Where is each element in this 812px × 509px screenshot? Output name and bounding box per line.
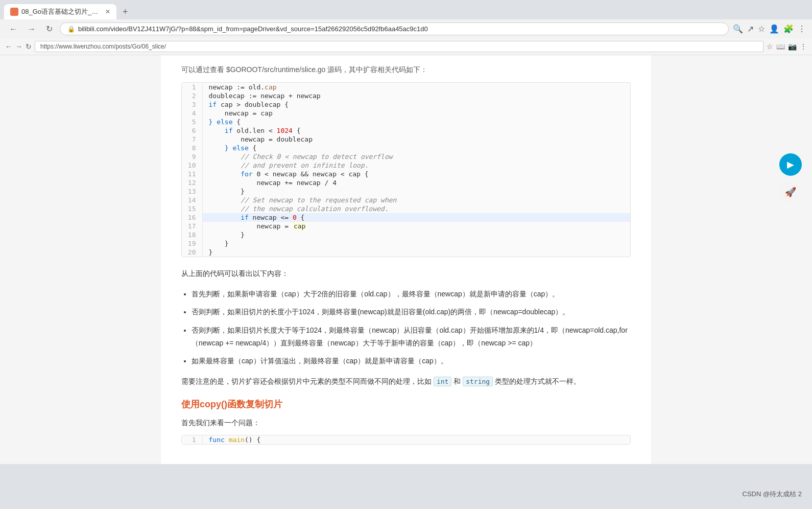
line-content: // Check 0 < newcap to detect overflow: [202, 152, 630, 161]
browser-window: 08_Go语言基础之切片_哔哩哔哩 ✕ + ← → ↻ 🔒 bilibili.c…: [0, 0, 812, 509]
line-content: }: [202, 187, 630, 196]
code-line-1: 1 newcap := old.cap: [182, 83, 630, 91]
code-line-19: 19 }: [182, 239, 630, 248]
bullet-item-3: 否则判断，如果旧切片长度大于等于1024，则最终容量（newcap）从旧容量（o…: [192, 324, 631, 350]
line-number: 17: [182, 222, 202, 230]
code-line-12: 12 newcap += newcap / 4: [182, 178, 630, 187]
play-icon: ▶: [787, 159, 794, 170]
back-button[interactable]: ←: [6, 24, 20, 35]
inner-forward-button[interactable]: →: [15, 42, 22, 51]
mini-code-table: 1 func main() {: [182, 435, 630, 444]
code-line-18: 18 }: [182, 230, 630, 239]
menu-icon[interactable]: ⋮: [798, 24, 806, 34]
bullet-item-2: 否则判断，如果旧切片的长度小于1024，则最终容量(newcap)就是旧容量(o…: [192, 306, 631, 318]
inner-nav-icons: ☆ 📖 📷 ⋮: [767, 42, 807, 51]
code-line-13: 13 }: [182, 187, 630, 196]
line-number: 11: [182, 170, 202, 178]
summary-intro: 从上面的代码可以看出以下内容：: [181, 267, 631, 280]
csdn-badge: CSDN @待太成桔 2: [743, 490, 802, 499]
code-line-7: 7 newcap = doublecap: [182, 135, 630, 144]
right-sidebar: ▶ 🚀: [779, 153, 802, 203]
rocket-icon: 🚀: [785, 187, 796, 198]
code-line-2: 2 doublecap := newcap + newcap: [182, 91, 630, 100]
line-number: 18: [182, 230, 202, 239]
line-content: if old.len < 1024 {: [202, 126, 630, 135]
code-line-5: 5 } else {: [182, 118, 630, 126]
source-note: 可以通过查看 $GOROOT/src/runtime/slice.go 源码，其…: [181, 65, 631, 75]
line-content: // and prevent on infinite loop.: [202, 161, 630, 170]
line-content: newcap += newcap / 4: [202, 178, 630, 187]
rocket-button[interactable]: 🚀: [779, 181, 802, 203]
inner-screenshot-icon[interactable]: 📷: [788, 42, 797, 51]
line-number: 16: [182, 213, 202, 222]
bookmark-icon[interactable]: ☆: [758, 24, 765, 34]
line-number: 15: [182, 204, 202, 213]
inner-refresh-button[interactable]: ↻: [26, 42, 32, 51]
note-text-before: 需要注意的是，切片扩容还会根据切片中元素的类型不同而做不同的处理，比如: [181, 377, 432, 385]
line-content: newcap := old.cap: [202, 83, 630, 91]
browser-tab[interactable]: 08_Go语言基础之切片_哔哩哔哩 ✕: [4, 4, 116, 19]
profile-icon[interactable]: 👤: [769, 24, 779, 34]
forward-button[interactable]: →: [25, 24, 39, 35]
note-text-after: 类型的处理方式就不一样。: [495, 377, 581, 385]
nav-bar: ← → ↻ 🔒 bilibili.com/video/BV1ZJ411W7jG/…: [0, 19, 812, 38]
line-number: 10: [182, 161, 202, 170]
line-content: if newcap <= 0 {: [202, 213, 630, 222]
note-paragraph: 需要注意的是，切片扩容还会根据切片中元素的类型不同而做不同的处理，比如 int …: [181, 375, 631, 388]
line-content: doublecap := newcap + newcap: [202, 91, 630, 100]
bullet-item-1: 首先判断，如果新申请容量（cap）大于2倍的旧容量（old.cap），最终容量（…: [192, 288, 631, 300]
bullet-list: 首先判断，如果新申请容量（cap）大于2倍的旧容量（old.cap），最终容量（…: [192, 288, 631, 367]
code-line-14: 14 // Set newcap to the requested cap wh…: [182, 196, 630, 204]
extension-icon[interactable]: 🧩: [783, 24, 794, 34]
search-icon[interactable]: 🔍: [733, 24, 743, 34]
line-number: 5: [182, 118, 202, 126]
inner-reader-icon[interactable]: 📖: [776, 42, 785, 51]
line-number: 6: [182, 126, 202, 135]
play-button[interactable]: ▶: [779, 153, 802, 176]
tab-close-button[interactable]: ✕: [105, 8, 110, 15]
share-icon[interactable]: ↗: [747, 24, 754, 34]
inner-browser: ← → ↻ https://www.liwenzhou.com/posts/Go…: [0, 38, 812, 464]
line-content: } else {: [202, 144, 630, 152]
bullet-item-4: 如果最终容量（cap）计算值溢出，则最终容量（cap）就是新申请容量（cap）。: [192, 355, 631, 367]
line-content: if cap > doublecap {: [202, 100, 630, 109]
line-content: newcap = cap: [202, 109, 630, 118]
section-heading: 使用copy()函数复制切片: [181, 398, 631, 410]
code-line-4: 4 newcap = cap: [182, 109, 630, 118]
line-number: 19: [182, 239, 202, 248]
code-block: 1 newcap := old.cap 2 doublecap := newca…: [181, 82, 631, 257]
inner-address-bar[interactable]: https://www.liwenzhou.com/posts/Go/06_sl…: [35, 41, 763, 52]
address-text: bilibili.com/video/BV1ZJ411W7jG/?p=88&sp…: [78, 25, 721, 33]
line-number: 2: [182, 91, 202, 100]
inner-bookmark-icon[interactable]: ☆: [767, 42, 773, 51]
line-content: // Set newcap to the requested cap when: [202, 196, 630, 204]
inner-back-button[interactable]: ←: [5, 42, 12, 51]
code-line-10: 10 // and prevent on infinite loop.: [182, 161, 630, 170]
address-bar[interactable]: 🔒 bilibili.com/video/BV1ZJ411W7jG/?p=88&…: [60, 22, 729, 35]
line-content: }: [202, 239, 630, 248]
tab-title: 08_Go语言基础之切片_哔哩哔哩: [21, 7, 100, 16]
line-content: }: [202, 248, 630, 257]
code-line-6: 6 if old.len < 1024 {: [182, 126, 630, 135]
note-text-mid: 和: [453, 377, 461, 385]
refresh-button[interactable]: ↻: [43, 23, 56, 35]
new-tab-button[interactable]: +: [118, 5, 132, 19]
page-content: 可以通过查看 $GOROOT/src/runtime/slice.go 源码，其…: [161, 55, 651, 464]
line-number: 3: [182, 100, 202, 109]
line-number: 20: [182, 248, 202, 257]
line-number: 12: [182, 178, 202, 187]
code-line-9: 9 // Check 0 < newcap to detect overflow: [182, 152, 630, 161]
line-number: 1: [182, 83, 202, 91]
mini-line-content: func main() {: [202, 435, 630, 444]
tab-favicon: [10, 8, 18, 16]
line-number: 14: [182, 196, 202, 204]
line-number: 4: [182, 109, 202, 118]
tab-bar: 08_Go语言基础之切片_哔哩哔哩 ✕ +: [0, 0, 812, 19]
inner-address-text: https://www.liwenzhou.com/posts/Go/06_sl…: [40, 43, 166, 50]
int-type-badge: int: [434, 377, 451, 386]
code-line-17: 17 newcap = cap: [182, 222, 630, 230]
inner-nav-bar: ← → ↻ https://www.liwenzhou.com/posts/Go…: [0, 38, 812, 55]
inner-menu-icon[interactable]: ⋮: [800, 42, 807, 51]
mini-line-number: 1: [182, 435, 202, 444]
line-content: newcap = doublecap: [202, 135, 630, 144]
